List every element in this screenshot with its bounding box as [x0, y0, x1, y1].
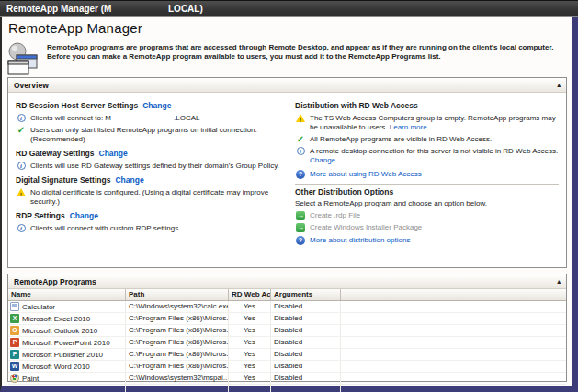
signature-warning-text: No digital certificate is configured. (U…	[30, 188, 280, 207]
remoteapp-manager-window: RemoteApp Manager (M LOCAL) RemoteApp Ma…	[0, 0, 578, 392]
table-row-outlook[interactable]: OMicrosoft Outlook 2010 C:\Program Files…	[8, 325, 566, 337]
programs-title: RemoteApp Programs	[14, 277, 96, 286]
webaccess-more-row: ? More about using RD Web Access	[295, 170, 559, 179]
console-content: RemoteApp Manager RemoteApp programs are…	[0, 17, 578, 392]
info-icon: i	[17, 162, 26, 170]
window-titlebar: RemoteApp Manager (M LOCAL)	[0, 0, 578, 17]
webaccess-check-row: ✓ All RemoteApp programs are visible in …	[295, 135, 559, 144]
more-webaccess-link[interactable]: More about using RD Web Access	[310, 170, 559, 179]
table-row-calculator[interactable]: Calculator C:\Windows\system32\calc.exe …	[8, 301, 566, 313]
table-row-excel[interactable]: XMicrosoft Excel 2010 C:\Program Files (…	[8, 313, 566, 325]
table-row-publisher[interactable]: PMicrosoft Publisher 2010 C:\Program Fil…	[8, 349, 566, 361]
programs-section: RemoteApp Programs ▴ Name Path RD Web Ac…	[7, 274, 567, 382]
gateway-change-link[interactable]: Change	[99, 149, 128, 158]
table-row-paint[interactable]: Paint C:\Windows\system32\mspai... Yes D…	[8, 373, 566, 385]
webaccess-info-text: A remote desktop connection for this ser…	[310, 147, 558, 155]
overview-left-column: RD Session Host Server SettingsChange i …	[16, 96, 280, 245]
create-installer-package-action[interactable]: Create Windows Installer Package	[310, 223, 559, 232]
window-title: RemoteApp Manager (M	[6, 1, 111, 17]
rdsh-connect-domain: .LOCAL	[174, 114, 199, 122]
learn-more-link[interactable]: Learn more	[390, 123, 427, 131]
collapse-arrow-icon[interactable]: ▴	[557, 278, 561, 286]
webaccess-title: Distribution with RD Web Access	[295, 101, 559, 111]
word-icon: W	[10, 362, 19, 371]
green-arrow-icon: →	[296, 211, 305, 220]
warning-icon	[296, 114, 305, 122]
other-options-title: Other Distribution Options	[295, 187, 559, 197]
publisher-icon: P	[10, 350, 19, 359]
rdsh-connect-text: Clients will connect to: M	[30, 114, 111, 122]
other-options-subtitle: Select a RemoteApp program and choose an…	[295, 199, 559, 208]
more-distribution-link[interactable]: More about distribution options	[310, 236, 559, 245]
webaccess-warning-text: The TS Web Access Computers group is emp…	[310, 114, 556, 131]
programs-table-header: Name Path RD Web Acc... Arguments	[8, 289, 566, 301]
info-icon: i	[17, 114, 26, 122]
other-more-row: ? More about distribution options	[295, 236, 559, 245]
programs-section-header[interactable]: RemoteApp Programs ▴	[8, 274, 566, 289]
rdp-change-link[interactable]: Change	[70, 211, 98, 220]
webaccess-warning-row: The TS Web Access Computers group is emp…	[295, 114, 559, 132]
overview-section: Overview ▴ RD Session Host Server Settin…	[7, 77, 567, 268]
help-icon: ?	[296, 170, 305, 179]
check-icon: ✓	[17, 126, 25, 134]
table-empty-area	[8, 385, 566, 392]
create-rdp-file-action[interactable]: Create .rdp File	[310, 211, 559, 220]
column-header-webaccess[interactable]: RD Web Acc...	[229, 289, 271, 300]
rdp-info-row: i Clients will connect with custom RDP s…	[16, 224, 280, 233]
rdp-settings-title: RDP SettingsChange	[16, 211, 280, 221]
remoteapp-manager-icon	[5, 42, 41, 77]
collapse-arrow-icon[interactable]: ▴	[557, 82, 561, 89]
create-msi-row: → Create Windows Installer Package	[295, 223, 559, 232]
webaccess-check-text: All RemoteApp programs are visible in RD…	[310, 135, 559, 144]
column-header-path[interactable]: Path	[126, 289, 229, 300]
gateway-settings-title: RD Gateway SettingsChange	[16, 149, 280, 159]
rdsh-settings-title: RD Session Host Server SettingsChange	[16, 101, 280, 111]
calculator-icon	[10, 302, 19, 311]
check-icon: ✓	[297, 135, 304, 143]
rdsh-connect-row: i Clients will connect to: M.LOCAL	[16, 114, 280, 123]
powerpoint-icon: P	[10, 338, 19, 347]
section-divider	[295, 184, 559, 185]
green-arrow-icon: →	[296, 223, 305, 232]
column-header-arguments[interactable]: Arguments	[271, 289, 341, 300]
table-row-word[interactable]: WMicrosoft Word 2010 C:\Program Files (x…	[8, 361, 566, 373]
info-icon: i	[17, 224, 26, 232]
help-icon: ?	[296, 236, 305, 245]
gateway-info-text: Clients will use RD Gateway settings def…	[30, 162, 280, 171]
gateway-info-row: i Clients will use RD Gateway settings d…	[16, 162, 280, 171]
outlook-icon: O	[10, 326, 19, 335]
page-title: RemoteApp Manager	[8, 20, 572, 36]
signature-change-link[interactable]: Change	[115, 175, 143, 185]
paint-icon	[10, 374, 19, 383]
overview-section-header[interactable]: Overview ▴	[8, 78, 566, 93]
create-rdp-row: → Create .rdp File	[295, 211, 559, 220]
overview-right-column: Distribution with RD Web Access The TS W…	[295, 96, 559, 245]
excel-icon: X	[10, 314, 19, 323]
rdp-info-text: Clients will connect with custom RDP set…	[30, 224, 280, 233]
window-title-domain: LOCAL)	[168, 1, 203, 17]
table-row-powerpoint[interactable]: PMicrosoft PowerPoint 2010 C:\Program Fi…	[8, 337, 566, 349]
info-icon: i	[297, 147, 305, 155]
signature-warning-row: No digital certificate is configured. (U…	[16, 188, 280, 207]
rdsh-users-text: Users can only start listed RemoteApp pr…	[30, 126, 280, 144]
webaccess-info-row: i A remote desktop connection for this s…	[295, 147, 559, 165]
rdsh-users-row: ✓ Users can only start listed RemoteApp …	[16, 126, 280, 144]
column-header-filler	[341, 289, 566, 300]
signature-settings-title: Digital Signature SettingsChange	[16, 175, 280, 185]
rdsh-change-link[interactable]: Change	[142, 101, 171, 110]
header-description: RemoteApp programs are programs that are…	[47, 42, 563, 77]
webaccess-change-link[interactable]: Change	[310, 156, 559, 165]
overview-title: Overview	[14, 81, 49, 90]
column-header-name[interactable]: Name	[8, 289, 126, 300]
warning-icon	[17, 188, 26, 196]
